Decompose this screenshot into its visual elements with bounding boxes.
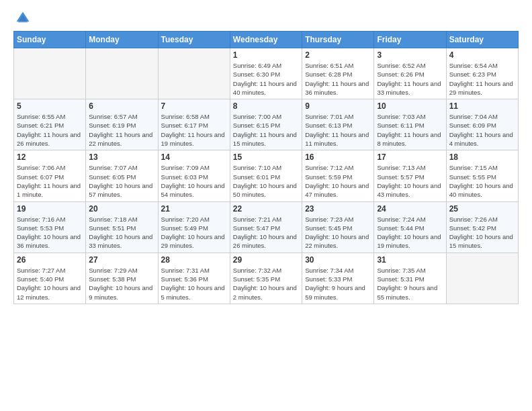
calendar-week-row: 12Sunrise: 7:06 AMSunset: 6:07 PMDayligh… [14, 150, 519, 201]
calendar-cell: 8Sunrise: 7:00 AMSunset: 6:15 PMDaylight… [230, 99, 302, 150]
day-info: Sunrise: 7:04 AMSunset: 6:09 PMDaylight:… [449, 112, 515, 148]
day-number: 31 [377, 255, 443, 265]
day-number: 18 [449, 152, 515, 162]
calendar-cell: 16Sunrise: 7:12 AMSunset: 5:59 PMDayligh… [302, 150, 374, 201]
day-info: Sunrise: 7:26 AMSunset: 5:42 PMDaylight:… [449, 215, 515, 250]
day-info: Sunrise: 7:23 AMSunset: 5:45 PMDaylight:… [305, 215, 371, 250]
day-info: Sunrise: 6:49 AMSunset: 6:30 PMDaylight:… [233, 61, 299, 97]
day-info: Sunrise: 7:16 AMSunset: 5:53 PMDaylight:… [17, 215, 83, 250]
calendar-cell: 7Sunrise: 6:58 AMSunset: 6:17 PMDaylight… [158, 99, 230, 150]
day-info: Sunrise: 7:06 AMSunset: 6:07 PMDaylight:… [17, 163, 83, 199]
logo-icon [15, 11, 30, 26]
calendar-cell: 29Sunrise: 7:32 AMSunset: 5:35 PMDayligh… [230, 253, 302, 304]
calendar-week-row: 19Sunrise: 7:16 AMSunset: 5:53 PMDayligh… [14, 201, 519, 253]
calendar-cell: 9Sunrise: 7:01 AMSunset: 6:13 PMDaylight… [302, 99, 374, 150]
calendar-cell: 26Sunrise: 7:27 AMSunset: 5:40 PMDayligh… [14, 253, 86, 304]
day-number: 15 [233, 152, 299, 162]
calendar-cell [14, 48, 86, 99]
day-info: Sunrise: 7:20 AMSunset: 5:49 PMDaylight:… [161, 215, 227, 250]
day-info: Sunrise: 7:32 AMSunset: 5:35 PMDaylight:… [233, 266, 299, 302]
day-number: 20 [89, 204, 154, 214]
day-number: 27 [89, 255, 154, 265]
calendar-cell: 6Sunrise: 6:57 AMSunset: 6:19 PMDaylight… [86, 99, 158, 150]
calendar-cell: 25Sunrise: 7:26 AMSunset: 5:42 PMDayligh… [446, 201, 518, 253]
page-header [13, 11, 519, 26]
day-info: Sunrise: 7:10 AMSunset: 6:01 PMDaylight:… [233, 163, 299, 199]
day-info: Sunrise: 7:03 AMSunset: 6:11 PMDaylight:… [377, 112, 443, 148]
calendar-cell: 24Sunrise: 7:24 AMSunset: 5:44 PMDayligh… [374, 201, 446, 253]
logo [13, 11, 30, 26]
day-info: Sunrise: 7:21 AMSunset: 5:47 PMDaylight:… [233, 215, 299, 250]
day-number: 8 [233, 101, 299, 111]
day-number: 2 [305, 50, 371, 60]
day-info: Sunrise: 7:35 AMSunset: 5:31 PMDaylight:… [377, 266, 443, 302]
calendar-cell: 13Sunrise: 7:07 AMSunset: 6:05 PMDayligh… [86, 150, 158, 201]
calendar-cell: 23Sunrise: 7:23 AMSunset: 5:45 PMDayligh… [302, 201, 374, 253]
day-number: 28 [161, 255, 227, 265]
calendar-cell: 4Sunrise: 6:54 AMSunset: 6:23 PMDaylight… [446, 48, 518, 99]
calendar-day-header: Sunday [14, 32, 86, 48]
day-number: 4 [449, 50, 515, 60]
day-number: 12 [17, 152, 83, 162]
day-number: 22 [233, 204, 299, 214]
calendar-week-row: 5Sunrise: 6:55 AMSunset: 6:21 PMDaylight… [14, 99, 519, 150]
day-info: Sunrise: 7:27 AMSunset: 5:40 PMDaylight:… [17, 266, 83, 302]
day-number: 10 [377, 101, 443, 111]
calendar-day-header: Thursday [302, 32, 374, 48]
day-number: 16 [305, 152, 371, 162]
day-info: Sunrise: 6:55 AMSunset: 6:21 PMDaylight:… [17, 112, 83, 148]
day-number: 3 [377, 50, 443, 60]
day-number: 5 [17, 101, 83, 111]
calendar-cell [158, 48, 230, 99]
day-number: 24 [377, 204, 443, 214]
calendar-day-header: Tuesday [158, 32, 230, 48]
day-number: 1 [233, 50, 299, 60]
day-number: 21 [161, 204, 227, 214]
day-number: 25 [449, 204, 515, 214]
day-number: 11 [449, 101, 515, 111]
day-info: Sunrise: 7:01 AMSunset: 6:13 PMDaylight:… [305, 112, 371, 148]
calendar-cell: 20Sunrise: 7:18 AMSunset: 5:51 PMDayligh… [86, 201, 158, 253]
calendar-day-header: Wednesday [230, 32, 302, 48]
calendar-cell: 19Sunrise: 7:16 AMSunset: 5:53 PMDayligh… [14, 201, 86, 253]
calendar-week-row: 26Sunrise: 7:27 AMSunset: 5:40 PMDayligh… [14, 253, 519, 304]
day-number: 9 [305, 101, 371, 111]
calendar-cell: 1Sunrise: 6:49 AMSunset: 6:30 PMDaylight… [230, 48, 302, 99]
calendar-week-row: 1Sunrise: 6:49 AMSunset: 6:30 PMDaylight… [14, 48, 519, 99]
calendar-cell: 31Sunrise: 7:35 AMSunset: 5:31 PMDayligh… [374, 253, 446, 304]
calendar-cell: 15Sunrise: 7:10 AMSunset: 6:01 PMDayligh… [230, 150, 302, 201]
calendar-cell: 17Sunrise: 7:13 AMSunset: 5:57 PMDayligh… [374, 150, 446, 201]
calendar-cell: 21Sunrise: 7:20 AMSunset: 5:49 PMDayligh… [158, 201, 230, 253]
day-number: 14 [161, 152, 227, 162]
calendar-cell: 18Sunrise: 7:15 AMSunset: 5:55 PMDayligh… [446, 150, 518, 201]
calendar-header-row: SundayMondayTuesdayWednesdayThursdayFrid… [14, 32, 519, 48]
day-number: 13 [89, 152, 154, 162]
calendar-day-header: Friday [374, 32, 446, 48]
day-number: 6 [89, 101, 154, 111]
day-info: Sunrise: 7:07 AMSunset: 6:05 PMDaylight:… [89, 163, 154, 199]
day-info: Sunrise: 7:24 AMSunset: 5:44 PMDaylight:… [377, 215, 443, 250]
calendar-cell: 11Sunrise: 7:04 AMSunset: 6:09 PMDayligh… [446, 99, 518, 150]
day-info: Sunrise: 7:00 AMSunset: 6:15 PMDaylight:… [233, 112, 299, 148]
calendar-table: SundayMondayTuesdayWednesdayThursdayFrid… [13, 31, 519, 304]
calendar-cell: 2Sunrise: 6:51 AMSunset: 6:28 PMDaylight… [302, 48, 374, 99]
calendar-cell: 22Sunrise: 7:21 AMSunset: 5:47 PMDayligh… [230, 201, 302, 253]
day-number: 30 [305, 255, 371, 265]
day-info: Sunrise: 6:57 AMSunset: 6:19 PMDaylight:… [89, 112, 154, 148]
calendar-cell: 5Sunrise: 6:55 AMSunset: 6:21 PMDaylight… [14, 99, 86, 150]
day-number: 17 [377, 152, 443, 162]
day-info: Sunrise: 7:34 AMSunset: 5:33 PMDaylight:… [305, 266, 371, 302]
day-info: Sunrise: 7:12 AMSunset: 5:59 PMDaylight:… [305, 163, 371, 199]
day-info: Sunrise: 7:29 AMSunset: 5:38 PMDaylight:… [89, 266, 154, 302]
calendar-cell: 3Sunrise: 6:52 AMSunset: 6:26 PMDaylight… [374, 48, 446, 99]
calendar-day-header: Saturday [446, 32, 518, 48]
calendar-cell: 30Sunrise: 7:34 AMSunset: 5:33 PMDayligh… [302, 253, 374, 304]
calendar-cell: 27Sunrise: 7:29 AMSunset: 5:38 PMDayligh… [86, 253, 158, 304]
calendar-cell: 28Sunrise: 7:31 AMSunset: 5:36 PMDayligh… [158, 253, 230, 304]
calendar-day-header: Monday [86, 32, 158, 48]
day-info: Sunrise: 6:54 AMSunset: 6:23 PMDaylight:… [449, 61, 515, 97]
calendar-cell: 10Sunrise: 7:03 AMSunset: 6:11 PMDayligh… [374, 99, 446, 150]
day-number: 23 [305, 204, 371, 214]
day-number: 26 [17, 255, 83, 265]
day-info: Sunrise: 6:52 AMSunset: 6:26 PMDaylight:… [377, 61, 443, 97]
